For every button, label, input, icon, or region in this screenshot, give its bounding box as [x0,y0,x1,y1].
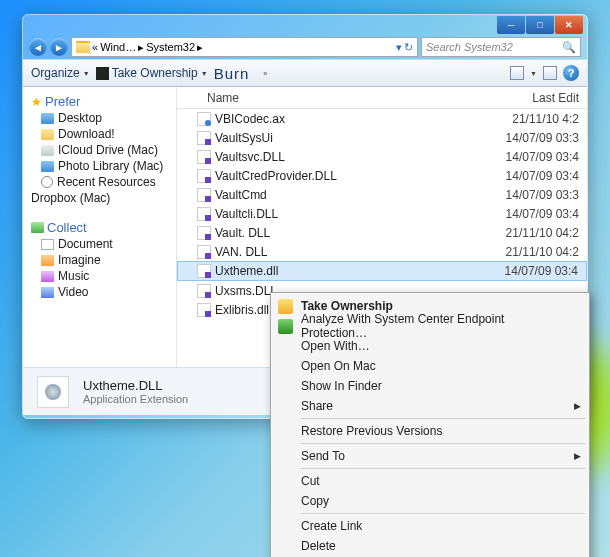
organize-menu[interactable]: Organize▼ [31,66,90,80]
window-controls: ─ □ ✕ [497,16,583,34]
close-button[interactable]: ✕ [555,16,583,34]
chevron-right-icon: ▶ [574,401,581,411]
context-menu-item[interactable]: Analyze With System Center Endpoint Prot… [273,316,587,336]
file-icon [197,245,211,259]
sidebar-item-dropbox[interactable]: Dropbox (Mac) [31,191,170,205]
file-icon [197,131,211,145]
breadcrumb-part[interactable]: Wind… [100,41,136,53]
sidebar-item[interactable]: Imagine [41,253,170,267]
sidebar-group-collect[interactable]: Collect [31,220,170,235]
folder-icon [76,41,90,53]
context-menu-item[interactable]: Delete [273,536,587,556]
breadcrumb-part[interactable]: System32 [146,41,195,53]
folder-icon [41,145,54,156]
sidebar-item[interactable]: Video [41,285,170,299]
chevron-right-icon: ▶ [574,451,581,461]
star-icon: ★ [31,95,42,109]
file-icon [197,112,211,126]
sidebar-item[interactable]: Photo Library (Mac) [41,159,170,173]
library-icon [41,239,54,250]
file-row[interactable]: VBICodec.ax21/11/10 4:2 [177,109,587,128]
folder-icon [41,161,54,172]
context-menu-item[interactable]: Create Link [273,516,587,536]
menu-separator [301,513,585,514]
context-menu-item[interactable]: Restore Previous Versions [273,421,587,441]
file-icon [197,188,211,202]
menu-separator [301,468,585,469]
column-headers[interactable]: Name Last Edit [177,87,587,109]
library-icon [41,255,54,266]
folder-icon [41,129,54,140]
lock-icon [278,299,293,314]
file-icon [197,150,211,164]
sidebar-item[interactable]: Document [41,237,170,251]
forward-button[interactable]: ► [50,38,68,56]
more-menu[interactable]: » [255,70,267,77]
context-menu-item[interactable]: Show In Finder [273,376,587,396]
file-icon [197,264,211,278]
details-filename: Uxtheme.DLL [83,378,188,393]
library-icon [41,287,54,298]
folder-icon [41,176,53,188]
minimize-button[interactable]: ─ [497,16,525,34]
file-row[interactable]: VaultCredProvider.DLL14/07/09 03:4 [177,166,587,185]
collect-icon [31,222,44,233]
context-menu-item[interactable]: Copy [273,491,587,511]
sidebar-item[interactable]: ICloud Drive (Mac) [41,143,170,157]
file-row[interactable]: Vaultcli.DLL14/07/09 03:4 [177,204,587,223]
context-menu-item[interactable]: Cut [273,471,587,491]
ownership-icon [96,67,109,80]
sidebar-item[interactable]: Desktop [41,111,170,125]
view-options-button[interactable] [510,66,524,80]
search-input[interactable]: Search System32 🔍 [421,37,581,57]
search-icon: 🔍 [562,41,576,54]
back-button[interactable]: ◄ [29,38,47,56]
file-icon [197,226,211,240]
preview-pane-button[interactable] [543,66,557,80]
menu-separator [301,443,585,444]
sidebar: ★Prefer DesktopDownload!ICloud Drive (Ma… [23,87,177,367]
details-filetype: Application Extension [83,393,188,405]
help-button[interactable]: ? [563,65,579,81]
maximize-button[interactable]: □ [526,16,554,34]
file-row[interactable]: Vault. DLL21/11/10 04:2 [177,223,587,242]
context-menu-item[interactable]: Send To▶ [273,446,587,466]
file-type-icon [37,376,69,408]
column-date[interactable]: Last Edit [487,91,587,105]
library-icon [41,271,54,282]
titlebar[interactable]: ─ □ ✕ [23,15,587,35]
sidebar-item[interactable]: Music [41,269,170,283]
file-row[interactable]: VaultCmd14/07/09 03:3 [177,185,587,204]
column-name[interactable]: Name [207,91,487,105]
file-icon [197,207,211,221]
file-row[interactable]: Vaultsvc.DLL14/07/09 03:4 [177,147,587,166]
context-menu-item[interactable]: Share▶ [273,396,587,416]
file-icon [197,303,211,317]
file-row[interactable]: VAN. DLL21/11/10 04:2 [177,242,587,261]
context-menu-item[interactable]: Open On Mac [273,356,587,376]
file-row[interactable]: VaultSysUi14/07/09 03:3 [177,128,587,147]
take-ownership-button[interactable]: Take Ownership▼ [96,66,208,80]
context-menu: Take OwnershipAnalyze With System Center… [270,292,590,557]
folder-icon [41,113,54,124]
breadcrumb[interactable]: « Wind… ▸ System32 ▸ ▾ ↻ [71,37,418,57]
nav-bar: ◄ ► « Wind… ▸ System32 ▸ ▾ ↻ Search Syst… [23,35,587,59]
sidebar-group-prefer[interactable]: ★Prefer [31,94,170,109]
sidebar-item[interactable]: Download! [41,127,170,141]
toolbar: Organize▼ Take Ownership▼ Burn » ▼ ? [23,59,587,87]
shield-icon [278,319,293,334]
file-icon [197,284,211,298]
file-icon [197,169,211,183]
burn-button[interactable]: Burn [214,65,250,82]
sidebar-item[interactable]: Recent Resources [41,175,170,189]
context-menu-item[interactable]: Open With… [273,336,587,356]
file-row[interactable]: Uxtheme.dll14/07/09 03:4 [177,261,587,281]
menu-separator [301,418,585,419]
